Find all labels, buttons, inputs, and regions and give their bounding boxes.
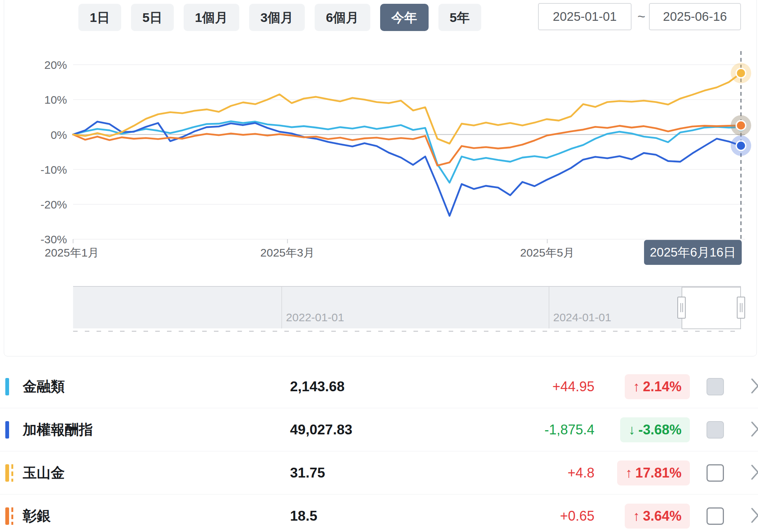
series-marker-dash-icon [11,464,13,482]
endpoint-dot-加權報酬指 [736,141,746,151]
series-marker-icon [5,464,9,482]
slider-dashed-baseline [73,331,741,332]
series-change-percent: 3.64% [643,508,682,524]
series-change-value: -1,875.4 [481,422,594,438]
slider-selected-window[interactable] [682,287,741,329]
x-axis-label: 2025年5月 [520,246,574,259]
change-percent-badge: ↑3.64% [625,504,690,529]
y-axis-label: 0% [51,129,67,141]
series-name: 彰銀 [23,507,51,526]
series-last-price: 49,027.83 [290,422,352,438]
series-line-金融類 [73,121,741,183]
change-percent-badge: ↓-3.68% [620,417,690,442]
series-name: 加權報酬指 [23,420,93,439]
row-chevron-right-icon[interactable] [750,507,758,526]
change-percent-badge: ↑2.14% [625,374,690,399]
y-axis-label: 20% [44,59,67,71]
series-change-value: +4.8 [481,465,594,481]
x-axis-label: 2025年1月 [45,246,99,259]
down-arrow-icon: ↓ [629,422,635,438]
series-last-price: 18.5 [290,508,317,524]
slider-mark-divider [281,287,282,328]
slider-handle-right[interactable] [737,297,745,319]
series-change-percent: 2.14% [643,379,682,395]
change-percent-badge: ↑17.81% [617,460,690,485]
y-axis-label: -20% [41,198,67,211]
series-last-price: 2,143.68 [290,379,345,395]
row-chevron-right-icon[interactable] [750,464,758,482]
series-marker-dash-icon [11,507,13,525]
series-visibility-checkbox[interactable] [707,464,724,482]
up-arrow-icon: ↑ [633,508,640,524]
series-marker-icon [5,421,9,439]
series-marker-icon [5,507,9,525]
endpoint-dot-彰銀 [736,121,746,130]
series-change-percent: -3.68% [638,422,682,438]
y-axis-label: -10% [41,163,67,176]
slider-mark-divider [549,287,549,328]
cursor-date-tooltip: 2025年6月16日 [644,240,742,265]
legend-row-2[interactable]: 玉山金31.75+4.8↑17.81% [0,451,758,494]
x-axis-label: 2025年3月 [260,246,315,259]
slider-mark-label: 2024-01-01 [553,311,611,324]
series-visibility-checkbox[interactable] [707,421,724,439]
row-chevron-right-icon[interactable] [750,377,758,396]
row-chevron-right-icon[interactable] [750,420,758,439]
series-change-value: +0.65 [481,508,594,524]
stock-comparison-page: 1日5日1個月3個月6個月今年5年 2025-01-01 ~ 2025-06-1… [0,0,758,532]
series-name: 金融類 [23,377,65,396]
endpoint-dot-玉山金 [736,68,746,78]
series-change-percent: 17.81% [635,465,682,481]
slider-handle-left[interactable] [677,297,686,319]
series-visibility-checkbox[interactable] [707,507,724,525]
series-marker-icon [5,378,9,395]
y-axis-label: -30% [41,233,67,246]
series-visibility-checkbox[interactable] [707,378,724,395]
series-last-price: 31.75 [290,465,325,481]
series-change-value: +44.95 [481,379,594,395]
legend-table: 金融類2,143.68+44.95↑2.14%加權報酬指49,027.83-1,… [0,365,758,532]
series-line-彰銀 [73,126,741,166]
legend-row-3[interactable]: 彰銀18.5+0.65↑3.64% [0,494,758,532]
up-arrow-icon: ↑ [625,465,632,481]
legend-row-0[interactable]: 金融類2,143.68+44.95↑2.14% [0,365,758,408]
y-axis-label: 10% [44,93,67,106]
up-arrow-icon: ↑ [633,379,640,395]
slider-track[interactable]: 2022-01-012024-01-01 [73,286,741,328]
slider-mark-label: 2022-01-01 [286,311,344,324]
time-range-slider[interactable]: 2022-01-012024-01-01 [73,286,741,328]
legend-row-1[interactable]: 加權報酬指49,027.83-1,875.4↓-3.68% [0,408,758,451]
series-name: 玉山金 [23,464,65,482]
